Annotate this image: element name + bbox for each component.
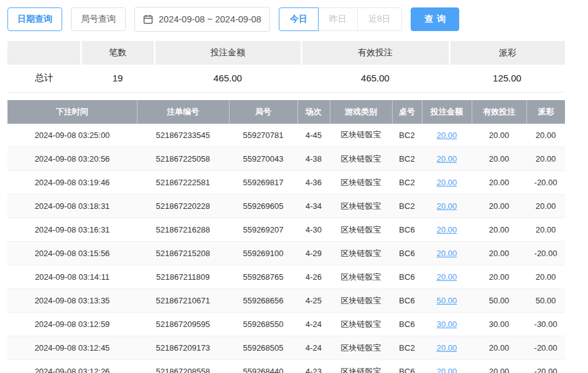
bet-amount-link[interactable]: 50.00: [437, 296, 457, 305]
valid-bet-cell: 20.00: [472, 147, 526, 171]
bet-amount-link[interactable]: 20.00: [437, 272, 457, 282]
last-8-days-button[interactable]: 近8日: [357, 7, 402, 31]
game-type-cell: 区块链骰宝: [330, 313, 392, 336]
valid-bet-cell: 20.00: [472, 360, 526, 373]
round-id-cell: 559269207: [229, 218, 297, 242]
summary-bet-amount-value: 465.00: [154, 65, 301, 92]
bet-amount-link[interactable]: 20.00: [437, 154, 457, 163]
table-row: 2024-09-08 03:20:56521867225058559270043…: [7, 147, 565, 171]
table-row: 2024-09-08 03:16:31521867216288559269207…: [7, 218, 565, 242]
table-row: 2024-09-08 03:25:00521867233545559270781…: [7, 124, 565, 147]
header-table-no: 桌号: [392, 100, 422, 124]
header-game-type: 游戏类别: [330, 100, 392, 124]
bet-amount-cell: 20.00: [422, 218, 472, 242]
valid-bet-cell: 20.00: [472, 336, 526, 360]
session-cell: 4-26: [297, 265, 330, 289]
table-no-cell: BC2: [392, 336, 422, 360]
yesterday-button[interactable]: 昨日: [318, 7, 358, 31]
bet-amount-link[interactable]: 20.00: [437, 131, 457, 140]
game-type-cell: 区块链骰宝: [330, 171, 392, 195]
summary-payout-value: 125.00: [449, 65, 565, 92]
order-id-cell: 521867209173: [137, 336, 229, 360]
session-cell: 4-36: [297, 171, 330, 195]
bet-amount-cell: 50.00: [422, 289, 472, 313]
bet-table-body: 2024-09-08 03:25:00521867233545559270781…: [7, 124, 565, 373]
game-type-cell: 区块链骰宝: [330, 218, 392, 242]
quick-date-group: 今日 昨日 近8日: [279, 7, 402, 31]
round-query-button[interactable]: 局号查询: [71, 7, 126, 31]
session-cell: 4-23: [297, 360, 330, 373]
bet-amount-cell: 20.00: [422, 336, 472, 360]
summary-header-bet-amount: 投注金额: [154, 41, 301, 65]
header-session: 场次: [297, 100, 330, 124]
order-id-cell: 521867211809: [137, 265, 229, 289]
bet-amount-link[interactable]: 20.00: [437, 225, 457, 234]
bet-amount-link[interactable]: 30.00: [437, 320, 457, 329]
order-id-cell: 521867208558: [137, 360, 229, 373]
round-id-cell: 559268550: [229, 313, 297, 336]
bet-amount-link[interactable]: 20.00: [437, 178, 457, 187]
game-type-cell: 区块链骰宝: [330, 147, 392, 171]
date-query-button[interactable]: 日期查询: [7, 7, 62, 31]
table-no-cell: BC6: [392, 289, 422, 313]
search-button[interactable]: 查询: [411, 7, 459, 31]
payout-cell: 50.00: [526, 289, 565, 313]
bet-time-cell: 2024-09-08 03:12:45: [7, 336, 137, 360]
session-cell: 4-30: [297, 218, 330, 242]
bet-amount-link[interactable]: 20.00: [437, 201, 457, 211]
session-cell: 4-34: [297, 195, 330, 218]
summary-header-payout: 派彩: [449, 41, 565, 65]
valid-bet-cell: 50.00: [472, 289, 526, 313]
header-bet-time: 下注时间: [7, 100, 137, 124]
valid-bet-cell: 30.00: [472, 313, 526, 336]
payout-cell: 20.00: [526, 147, 565, 171]
game-type-cell: 区块链骰宝: [330, 336, 392, 360]
bet-amount-cell: 20.00: [422, 242, 472, 265]
session-cell: 4-24: [297, 313, 330, 336]
round-id-cell: 559269605: [229, 195, 297, 218]
bet-time-cell: 2024-09-08 03:16:31: [7, 218, 137, 242]
summary-total-label: 总计: [7, 65, 81, 92]
order-id-cell: 521867233545: [137, 124, 229, 147]
table-no-cell: BC2: [392, 124, 422, 147]
header-order-id: 注单编号: [137, 100, 229, 124]
table-row: 2024-09-08 03:15:56521867215208559269100…: [7, 242, 565, 265]
table-row: 2024-09-08 03:14:11521867211809559268765…: [7, 265, 565, 289]
header-round-id: 局号: [229, 100, 297, 124]
query-toolbar: 日期查询 局号查询 2024-09-08 ~ 2024-09-08 今日 昨日 …: [7, 6, 581, 32]
game-type-cell: 区块链骰宝: [330, 360, 392, 373]
order-id-cell: 521867222581: [137, 171, 229, 195]
bet-table-header-row: 下注时间 注单编号 局号 场次 游戏类别 桌号 投注金额 有效投注 派彩: [7, 100, 565, 124]
game-type-cell: 区块链骰宝: [330, 289, 392, 313]
order-id-cell: 521867225058: [137, 147, 229, 171]
game-type-cell: 区块链骰宝: [330, 195, 392, 218]
session-cell: 4-24: [297, 336, 330, 360]
order-id-cell: 521867220228: [137, 195, 229, 218]
bet-amount-link[interactable]: 20.00: [437, 367, 457, 373]
date-range-input[interactable]: 2024-09-08 ~ 2024-09-08: [134, 7, 270, 32]
valid-bet-cell: 20.00: [472, 218, 526, 242]
table-no-cell: BC6: [392, 360, 422, 373]
payout-cell: -20.00: [526, 360, 565, 373]
summary-total-row: 总计 19 465.00 465.00 125.00: [7, 65, 565, 92]
summary-header-row: 笔数 投注金额 有效投注 派彩: [7, 41, 565, 65]
bet-time-cell: 2024-09-08 03:19:46: [7, 171, 137, 195]
summary-header-count: 笔数: [81, 41, 154, 65]
bet-history-page: 日期查询 局号查询 2024-09-08 ~ 2024-09-08 今日 昨日 …: [0, 0, 588, 373]
table-no-cell: BC6: [392, 218, 422, 242]
summary-header-blank: [7, 41, 81, 65]
bet-amount-cell: 20.00: [422, 124, 472, 147]
session-cell: 4-45: [297, 124, 330, 147]
table-row: 2024-09-08 03:12:26521867208558559268440…: [7, 360, 565, 373]
round-id-cell: 559268505: [229, 336, 297, 360]
table-row: 2024-09-08 03:13:35521867210671559268656…: [7, 289, 565, 313]
table-no-cell: BC6: [392, 242, 422, 265]
bet-amount-link[interactable]: 20.00: [437, 249, 457, 258]
bet-time-cell: 2024-09-08 03:14:11: [7, 265, 137, 289]
bet-amount-link[interactable]: 20.00: [437, 343, 457, 352]
today-button[interactable]: 今日: [279, 7, 319, 31]
round-id-cell: 559268656: [229, 289, 297, 313]
bet-amount-cell: 20.00: [422, 265, 472, 289]
bet-time-cell: 2024-09-08 03:25:00: [7, 124, 137, 147]
round-id-cell: 559270043: [229, 147, 297, 171]
